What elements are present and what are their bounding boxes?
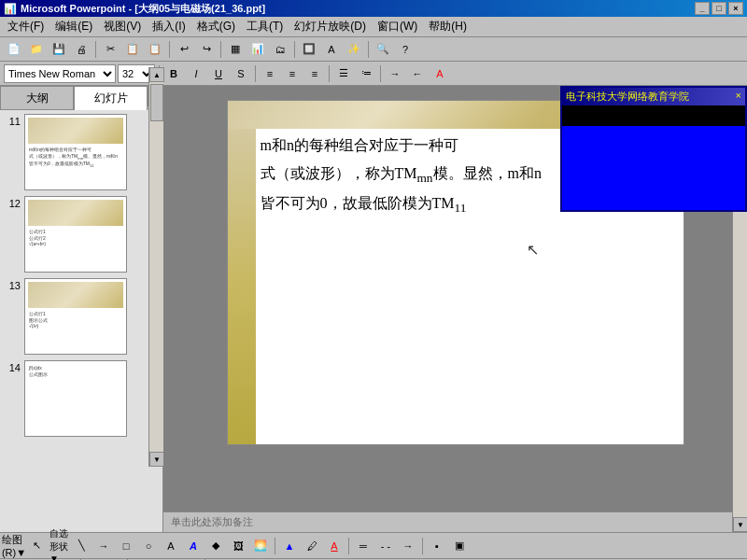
insert-table-button[interactable]: ▦	[225, 39, 246, 60]
bullet-button[interactable]: ☰	[333, 63, 354, 84]
increase-indent-button[interactable]: →	[385, 63, 405, 84]
autoshapes-button[interactable]: 自选形状▼	[49, 536, 69, 556]
blue-popup-title: 电子科技大学网络教育学院	[566, 90, 689, 104]
insert-org-button[interactable]: 🗂	[270, 39, 290, 60]
fill-color-button[interactable]: ▲	[279, 536, 300, 556]
thumb-content: 公式行1图示公式√(λ²)	[25, 279, 126, 354]
close-button[interactable]: ×	[728, 2, 743, 15]
blue-popup-header: 电子科技大学网络教育学院 ×	[562, 88, 745, 105]
left-panel: 大纲 幻灯片 × 11 m和n的每种组合对应于一种可式（或波形），称为TMmn模…	[0, 86, 163, 532]
toolbar-separator-3	[220, 41, 221, 58]
thumb-content: ∫f(x)dx公式图示	[25, 361, 126, 436]
rect-button[interactable]: □	[116, 536, 136, 556]
undo-button[interactable]: ↩	[174, 39, 194, 60]
select-button[interactable]: ↖	[26, 536, 47, 556]
maximize-button[interactable]: □	[712, 2, 726, 15]
menu-window[interactable]: 窗口(W)	[372, 17, 423, 36]
slide-thumbnail[interactable]: m和n的每种组合对应于一种可式（或波形），称为TMmn模。显然，m和n皆不可为0…	[24, 114, 127, 190]
print-button[interactable]: 🖨	[71, 39, 92, 60]
minimize-button[interactable]: _	[695, 2, 710, 15]
bold-button[interactable]: B	[163, 63, 184, 84]
paste-button[interactable]: 📋	[145, 39, 165, 60]
slide-view-area: 电子科技大学网络教育学院 × m和n的每种组合对应于一种可 式（或波形），称为T…	[163, 86, 747, 532]
scroll-down-button[interactable]: ▼	[149, 452, 164, 467]
italic-button[interactable]: I	[186, 63, 206, 84]
thumb-content: 公式行1公式行2√(a²+b²)	[25, 197, 126, 272]
arrow-button[interactable]: →	[93, 536, 114, 556]
slide-thumbnail[interactable]: 公式行1图示公式√(λ²)	[24, 278, 127, 355]
scroll-up-button[interactable]: ▲	[149, 67, 164, 82]
redo-button[interactable]: ↪	[196, 39, 217, 60]
list-item[interactable]: 12 公式行1公式行2√(a²+b²)	[4, 196, 159, 273]
numbering-button[interactable]: ≔	[356, 63, 376, 84]
wordart-draw-button[interactable]: A	[183, 536, 204, 556]
insert-chart-button[interactable]: 📊	[247, 39, 268, 60]
list-item[interactable]: 13 公式行1图示公式√(λ²)	[4, 278, 159, 355]
panel-tabs: 大纲 幻灯片 ×	[0, 86, 162, 110]
drawing-toolbar: 绘图(R)▼ ↖ 自选形状▼ ╲ → □ ○ A A ◆ 🖼 🌅 ▲ 🖊 A ═…	[0, 532, 747, 558]
new-button[interactable]: 📄	[4, 39, 24, 60]
menu-help[interactable]: 帮助(H)	[423, 17, 472, 36]
line-button[interactable]: ╲	[71, 536, 92, 556]
dash-style-button[interactable]: - -	[375, 536, 396, 556]
slides-list[interactable]: 11 m和n的每种组合对应于一种可式（或波形），称为TMmn模。显然，m和n皆不…	[0, 110, 162, 532]
oval-button[interactable]: ○	[138, 536, 159, 556]
help-button[interactable]: ?	[395, 39, 416, 60]
slide-main[interactable]: 电子科技大学网络教育学院 × m和n的每种组合对应于一种可 式（或波形），称为T…	[163, 86, 747, 511]
list-item[interactable]: 14 ∫f(x)dx公式图示	[4, 360, 159, 437]
align-center-button[interactable]: ≡	[282, 63, 303, 84]
font-name-select[interactable]: Times New Roman	[4, 64, 116, 83]
align-right-button[interactable]: ≡	[304, 63, 325, 84]
draw-button[interactable]: 🔲	[299, 39, 319, 60]
notes-bar[interactable]: 单击此处添加备注	[163, 511, 747, 532]
insert-image-button[interactable]: 🌅	[250, 536, 271, 556]
line-color-button[interactable]: 🖊	[302, 536, 322, 556]
cut-button[interactable]: ✂	[100, 39, 120, 60]
menu-slideshow[interactable]: 幻灯片放映(D)	[289, 17, 372, 36]
fmt-separator-4	[380, 65, 381, 82]
right-scroll-track	[733, 168, 747, 517]
decrease-indent-button[interactable]: ←	[407, 63, 428, 84]
open-button[interactable]: 📁	[26, 39, 47, 60]
textbox-draw-button[interactable]: A	[161, 536, 181, 556]
tab-slides[interactable]: 幻灯片	[74, 86, 148, 110]
menu-format[interactable]: 格式(G)	[191, 17, 241, 36]
menu-edit[interactable]: 编辑(E)	[49, 17, 98, 36]
left-scrollbar: ▲ ▼	[148, 67, 163, 467]
align-left-button[interactable]: ≡	[260, 63, 280, 84]
menu-file[interactable]: 文件(F)	[2, 17, 49, 36]
shadow-effect-button[interactable]: ▪	[427, 536, 447, 556]
3d-effect-button[interactable]: ▣	[449, 536, 470, 556]
slide-thumbnail[interactable]: ∫f(x)dx公式图示	[24, 360, 127, 437]
blue-popup-body	[562, 126, 745, 210]
shadow-button[interactable]: S	[231, 63, 251, 84]
zoom-button[interactable]: 🔍	[373, 39, 393, 60]
save-button[interactable]: 💾	[49, 39, 69, 60]
menu-tools[interactable]: 工具(T)	[241, 17, 289, 36]
diagram-button[interactable]: ◆	[205, 536, 226, 556]
blue-popup-window[interactable]: 电子科技大学网络教育学院 ×	[560, 86, 747, 212]
font-color-button[interactable]: A	[430, 63, 450, 84]
copy-button[interactable]: 📋	[122, 39, 143, 60]
text-box-button[interactable]: A	[321, 39, 342, 60]
arrow-style-button[interactable]: →	[398, 536, 418, 556]
menu-insert[interactable]: 插入(I)	[147, 17, 190, 36]
tab-outline[interactable]: 大纲	[0, 86, 74, 110]
wordart-button[interactable]: ✨	[344, 39, 364, 60]
thumb-image	[28, 282, 123, 308]
list-item[interactable]: 11 m和n的每种组合对应于一种可式（或波形），称为TMmn模。显然，m和n皆不…	[4, 114, 159, 190]
scroll-thumb[interactable]	[150, 84, 163, 121]
toolbar-separator-1	[95, 41, 96, 58]
scroll-down-right[interactable]: ▼	[733, 517, 747, 532]
formatting-toolbar: Times New Roman 32 B I U S ≡ ≡ ≡ ☰ ≔ → ←…	[0, 62, 747, 86]
slide-number: 11	[4, 114, 21, 127]
blue-popup-close[interactable]: ×	[736, 90, 741, 104]
line-style-button[interactable]: ═	[353, 536, 374, 556]
slide-thumbnail[interactable]: 公式行1公式行2√(a²+b²)	[24, 196, 127, 273]
font-color-draw-button[interactable]: A	[324, 536, 345, 556]
underline-button[interactable]: U	[208, 63, 229, 84]
draw-menu-button[interactable]: 绘图(R)▼	[4, 536, 24, 556]
thumb-text: ∫f(x)dx公式图示	[28, 364, 123, 378]
menu-view[interactable]: 视图(V)	[98, 17, 147, 36]
clipart-button[interactable]: 🖼	[228, 536, 248, 556]
